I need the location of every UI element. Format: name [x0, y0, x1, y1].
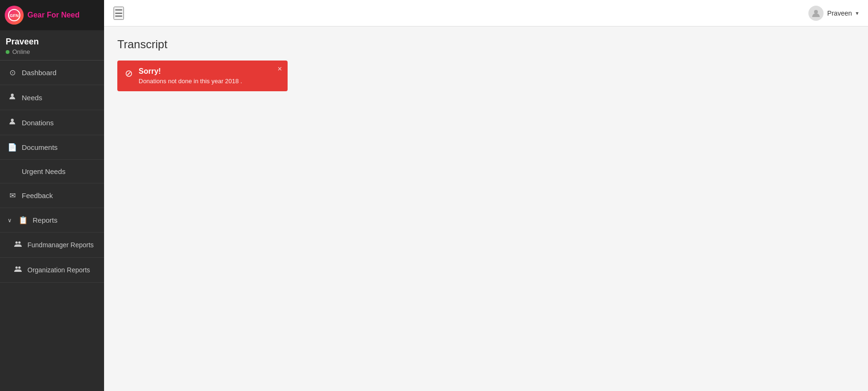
sidebar-item-label: Urgent Needs: [22, 167, 66, 175]
sidebar-item-label: Needs: [22, 94, 42, 102]
svg-point-5: [18, 242, 21, 244]
logo-icon: GFN: [5, 6, 24, 25]
sidebar-item-label: Documents: [22, 143, 58, 151]
sidebar-item-label: Reports: [33, 216, 58, 224]
sidebar-item-donations[interactable]: Donations: [0, 110, 104, 135]
organization-icon: [13, 265, 23, 275]
main: ☰ Praveen ▾ Transcript ⊘ Sorry! Donation…: [104, 0, 868, 391]
sidebar-username: Praveen: [6, 37, 98, 47]
status-dot: [6, 50, 9, 54]
sidebar-item-label: Fundmanager Reports: [27, 241, 94, 249]
sidebar-nav: ⊙ Dashboard Needs Donations 📄 Documents …: [0, 61, 104, 391]
alert-box: ⊘ Sorry! Donations not done in this year…: [117, 61, 288, 91]
chevron-down-icon: ∨: [8, 217, 12, 224]
svg-point-7: [18, 267, 21, 269]
sidebar-item-fundmanager-reports[interactable]: Fundmanager Reports: [0, 233, 104, 258]
alert-title: Sorry!: [139, 67, 242, 76]
alert-close-button[interactable]: ×: [278, 65, 282, 73]
page-title: Transcript: [117, 38, 855, 51]
sidebar-item-label: Dashboard: [22, 69, 56, 77]
sidebar-item-feedback[interactable]: ✉ Feedback: [0, 183, 104, 208]
topbar-user-dropdown-icon: ▾: [856, 10, 859, 17]
sidebar-item-dashboard[interactable]: ⊙ Dashboard: [0, 61, 104, 85]
svg-text:GFN: GFN: [10, 13, 19, 18]
app-name: Gear For Need: [27, 10, 79, 19]
topbar: ☰ Praveen ▾: [104, 0, 868, 26]
svg-point-8: [814, 10, 818, 14]
sidebar-status: Online: [6, 48, 98, 55]
svg-point-6: [16, 267, 18, 269]
sidebar-user: Praveen Online: [0, 30, 104, 61]
hamburger-button[interactable]: ☰: [114, 7, 124, 20]
fundmanager-icon: [13, 240, 23, 250]
alert-error-icon: ⊘: [125, 68, 133, 79]
donations-icon: [8, 118, 17, 127]
sidebar: GFN Gear For Need Praveen Online ⊙ Dashb…: [0, 0, 104, 391]
sidebar-item-reports[interactable]: ∨ 📋 Reports: [0, 208, 104, 233]
content-area: Transcript ⊘ Sorry! Donations not done i…: [104, 26, 868, 391]
sidebar-item-urgent-needs[interactable]: Urgent Needs: [0, 160, 104, 183]
needs-icon: [8, 93, 17, 102]
svg-point-4: [16, 242, 18, 244]
sidebar-item-label: Organization Reports: [27, 266, 90, 274]
svg-point-2: [11, 94, 14, 96]
sidebar-item-organization-reports[interactable]: Organization Reports: [0, 258, 104, 283]
documents-icon: 📄: [8, 143, 17, 152]
sidebar-item-needs[interactable]: Needs: [0, 85, 104, 110]
dashboard-icon: ⊙: [8, 68, 17, 77]
feedback-icon: ✉: [8, 191, 17, 200]
sidebar-item-label: Donations: [22, 119, 54, 127]
alert-body: Sorry! Donations not done in this year 2…: [139, 67, 242, 85]
svg-point-3: [11, 119, 14, 122]
topbar-right: Praveen ▾: [808, 6, 859, 21]
topbar-username: Praveen: [827, 9, 852, 17]
status-label: Online: [12, 48, 30, 55]
reports-icon: 📋: [18, 216, 28, 225]
alert-message: Donations not done in this year 2018 .: [139, 78, 242, 85]
sidebar-item-documents[interactable]: 📄 Documents: [0, 135, 104, 160]
sidebar-logo: GFN Gear For Need: [0, 0, 104, 30]
sidebar-item-label: Feedback: [22, 191, 53, 200]
user-avatar: [808, 6, 824, 21]
